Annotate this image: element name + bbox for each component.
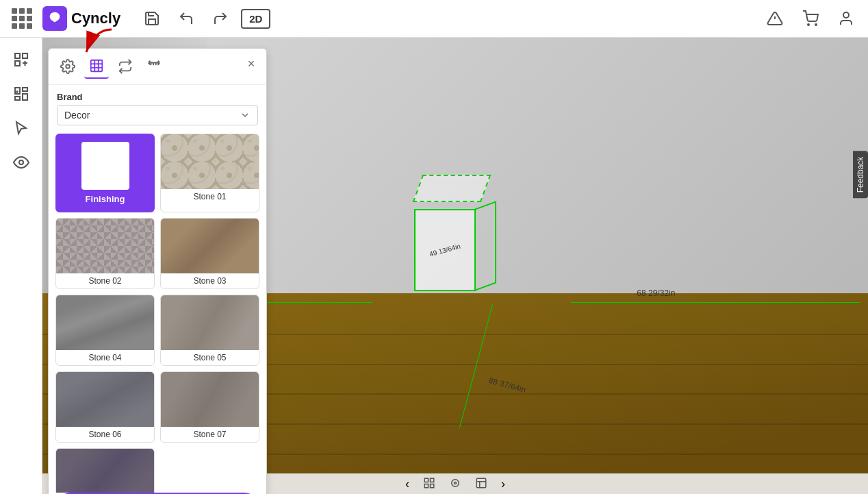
svg-rect-5: [15, 53, 20, 58]
svg-rect-32: [476, 478, 486, 488]
left-sidebar: [0, 38, 42, 494]
svg-rect-7: [15, 61, 20, 66]
tile-item-stone-03[interactable]: Stone 03: [160, 218, 259, 289]
tile-preview-stone-01: [161, 134, 259, 189]
tile-label-stone-04: Stone 04: [56, 350, 154, 365]
save-button[interactable]: [138, 5, 166, 32]
view-2d-button[interactable]: 2D: [241, 9, 270, 29]
brand-dropdown[interactable]: Decor: [57, 105, 258, 125]
finishing-panel: × Brand Decor Finishing Stone 01 Stone 0…: [48, 48, 267, 494]
tile-preview-stone-07: [161, 372, 259, 427]
finishing-selected-item[interactable]: Finishing: [55, 134, 155, 212]
finishing-label: Finishing: [86, 194, 125, 204]
sidebar-layout-add-button[interactable]: [6, 79, 36, 109]
tile-item-stone-07[interactable]: Stone 07: [160, 371, 259, 443]
tile-item-stone-02[interactable]: Stone 02: [55, 218, 155, 289]
tile-preview-stone-08: [56, 449, 154, 493]
panel-close-button[interactable]: ×: [242, 54, 261, 73]
svg-point-4: [843, 12, 849, 18]
tile-item-stone-05[interactable]: Stone 05: [160, 295, 259, 366]
tile-label-stone-07: Stone 07: [161, 427, 259, 442]
viewport-next-button[interactable]: ›: [501, 477, 505, 491]
finishing-preview: [81, 142, 129, 190]
feedback-tab[interactable]: Feedback: [853, 151, 868, 198]
tile-preview-stone-05: [161, 295, 259, 350]
sidebar-cursor-button[interactable]: [6, 113, 36, 143]
svg-rect-29: [431, 484, 434, 487]
svg-rect-27: [431, 478, 434, 482]
tile-preview-stone-06: [56, 372, 154, 427]
svg-point-2: [808, 24, 809, 25]
alert-button[interactable]: [761, 5, 789, 32]
svg-point-16: [66, 64, 70, 69]
measure-line-right: [571, 302, 860, 303]
svg-point-14: [19, 160, 23, 164]
logo-icon: [42, 6, 67, 31]
brand-value: Decor: [64, 110, 90, 121]
panel-tab-finishing[interactable]: [84, 54, 109, 79]
tile-preview-stone-04: [56, 295, 154, 350]
tile-preview-stone-02: [56, 219, 154, 273]
apps-grid-icon: [12, 8, 32, 29]
svg-rect-11: [15, 97, 20, 100]
tile-label-stone-02: Stone 02: [56, 273, 154, 288]
tile-item-stone-01[interactable]: Stone 01: [160, 134, 259, 212]
svg-point-31: [452, 479, 459, 486]
svg-point-3: [815, 24, 817, 25]
topbar-right: [761, 5, 860, 32]
svg-rect-26: [424, 478, 428, 482]
panel-tab-ruler[interactable]: [142, 54, 166, 79]
tile-label-stone-05: Stone 05: [161, 350, 259, 365]
box-face-front: 49 13/64in: [414, 209, 476, 291]
tile-label-stone-03: Stone 03: [161, 273, 259, 288]
redo-button[interactable]: [207, 5, 234, 32]
box-3d: 49 13/64in: [414, 175, 503, 291]
box-side-label: 49 13/64in: [429, 242, 461, 258]
tile-item-stone-04[interactable]: Stone 04: [55, 295, 155, 366]
svg-rect-6: [23, 53, 27, 58]
viewport-prev-button[interactable]: ‹: [405, 477, 409, 491]
tile-item-stone-08[interactable]: Stone 08: [55, 448, 155, 493]
viewport-view-button[interactable]: [475, 477, 487, 491]
svg-point-30: [455, 482, 457, 484]
app-logo: Cyncly: [42, 6, 120, 31]
tile-label-stone-06: Stone 06: [56, 427, 154, 442]
panel-grid: Finishing Stone 01 Stone 02 Stone 03 Sto…: [49, 129, 266, 493]
sidebar-eye-button[interactable]: [6, 147, 36, 177]
tile-item-stone-06[interactable]: Stone 06: [55, 371, 155, 443]
app-name: Cyncly: [71, 10, 120, 27]
topbar-left: Cyncly 2D: [8, 5, 761, 32]
tile-preview-stone-03: [161, 219, 259, 273]
undo-button[interactable]: [173, 5, 200, 32]
box-face-right: [474, 201, 496, 291]
panel-header: ×: [49, 49, 266, 85]
brand-label: Brand: [57, 92, 258, 102]
tile-label-stone-01: Stone 01: [161, 189, 259, 204]
panel-brand-section: Brand Decor: [49, 85, 266, 129]
user-button[interactable]: [832, 5, 860, 32]
svg-rect-10: [23, 94, 27, 100]
viewport-center-button[interactable]: [449, 477, 461, 491]
svg-rect-17: [91, 60, 103, 72]
topbar: Cyncly 2D: [0, 0, 868, 38]
cart-button[interactable]: [797, 5, 824, 32]
svg-rect-28: [424, 484, 428, 487]
sidebar-design-button[interactable]: [6, 45, 36, 75]
apps-grid-button[interactable]: [8, 5, 36, 32]
measure-label-right: 68 29/32in: [637, 288, 675, 298]
box-face-top: [412, 175, 491, 202]
panel-tab-swap[interactable]: [113, 54, 138, 79]
panel-tab-settings[interactable]: [55, 54, 80, 79]
viewport-grid-button[interactable]: [423, 477, 435, 491]
svg-rect-9: [23, 88, 27, 91]
